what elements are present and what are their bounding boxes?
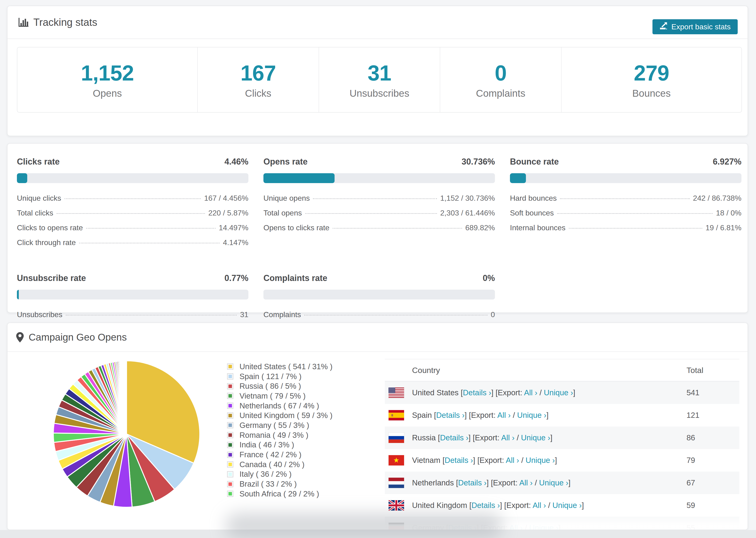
rate-row-value: 242 / 86.738% [693,194,741,202]
bracket: ] [559,523,561,530]
export-button-label: Export basic stats [671,23,730,31]
export-basic-stats-button[interactable]: Export basic stats [652,19,738,34]
legend-item[interactable]: Canada ( 40 / 2% ) [227,459,333,469]
legend-item[interactable]: Vietnam ( 79 / 5% ) [227,391,333,401]
legend-item[interactable]: Netherlands ( 67 / 4% ) [227,401,333,411]
rate-row-value: 14.497% [219,224,248,232]
dotted-leader [66,315,237,315]
details-link[interactable]: Details › [458,478,486,487]
export-unique-link[interactable]: Unique › [526,456,555,464]
rate-section: Opens rate 30.736% Unique opens 1,152 / … [263,151,495,253]
legend-item[interactable]: Brazil ( 33 / 2% ) [227,479,333,489]
rate-section: Complaints rate 0% Complaints 0 [263,267,495,325]
legend-item[interactable]: United Kingdom ( 59 / 3% ) [227,410,333,420]
rate-row-value: 0 [491,310,495,319]
country-total: 541 [686,388,739,397]
legend-item[interactable]: Italy ( 36 / 2% ) [227,469,333,479]
country-total: 59 [686,501,739,510]
export-all-link[interactable]: All › [519,478,533,487]
legend-swatch [227,432,233,438]
legend-item[interactable]: Russia ( 86 / 5% ) [227,381,333,391]
export-unique-link[interactable]: Unique › [521,433,550,442]
country-flag-icon [389,410,404,420]
legend-swatch [227,383,233,389]
rate-detail-row: Unsubscribes 31 [17,310,248,319]
geo-pie-chart[interactable] [52,360,201,509]
blur-artifact [225,513,503,538]
export-all-link[interactable]: All › [533,501,546,510]
legend-swatch [227,363,233,370]
table-row: United States [Details ›] [Export: All ›… [385,381,739,404]
legend-item[interactable]: Germany ( 55 / 3% ) [227,420,333,430]
rate-value: 0.77% [225,273,248,283]
rate-row-label: Total clicks [17,209,53,217]
country-flag-icon [389,388,404,398]
bracket: [ [443,456,445,464]
export-unique-link[interactable]: Unique › [539,478,568,487]
export-unique-link[interactable]: Unique › [529,523,559,530]
rates-card: Clicks rate 4.46% Unique clicks 167 / 4.… [7,143,748,313]
country-flag-icon [389,433,404,443]
legend-swatch [227,452,233,458]
rate-detail-row: Unique opens 1,152 / 30.736% [263,194,495,202]
legend-item[interactable]: South Africa ( 29 / 2% ) [227,489,333,499]
rate-detail-row: Complaints 0 [263,310,495,319]
slash: / [535,478,539,487]
stat-cell: 167 Clicks [198,47,319,112]
legend-label: United States ( 541 / 31% ) [240,362,333,371]
geo-header: Campaign Geo Opens [8,323,747,352]
bracket: ] [ [473,456,480,464]
legend-item[interactable]: Spain ( 121 / 7% ) [227,372,333,381]
country-total: 86 [686,433,739,442]
export-unique-link[interactable]: Unique › [553,501,582,510]
details-link[interactable]: Details › [445,456,473,464]
stat-value: 31 [368,61,391,85]
export-all-link[interactable]: All › [497,411,511,419]
legend-swatch [227,471,233,477]
geo-legend: United States ( 541 / 31% ) Spain ( 121 … [227,362,333,499]
map-pin-icon [16,332,24,343]
stat-label: Unsubscribes [350,88,409,99]
country-name: United Kingdom [412,501,467,510]
rate-row-label: Unique opens [263,194,310,202]
export-all-link[interactable]: All › [501,433,514,442]
stat-label: Opens [93,88,122,99]
geo-title: Campaign Geo Opens [28,332,127,343]
legend-item[interactable]: France ( 42 / 2% ) [227,450,333,459]
country-flag-icon [389,500,404,511]
details-link[interactable]: Details › [463,388,491,397]
stat-value: 167 [241,61,276,85]
slash: / [525,523,529,530]
rate-row-value: 4.147% [223,238,248,247]
legend-item[interactable]: Romania ( 49 / 3% ) [227,430,333,440]
legend-label: Netherlands ( 67 / 4% ) [240,402,319,410]
country-name: Spain [412,411,432,419]
slash: / [548,501,553,510]
legend-label: Spain ( 121 / 7% ) [240,372,301,381]
rate-detail-row: Hard bounces 242 / 86.738% [510,194,741,202]
geo-table-header: Country Total [385,359,739,381]
export-unique-link[interactable]: Unique › [517,411,547,419]
legend-swatch [227,373,233,380]
summary-stats-box: 1,152 Opens 167 Clicks 31 Unsubscribes 0… [17,47,742,113]
export-all-link[interactable]: All › [524,388,537,397]
tracking-stats-title: Tracking stats [18,17,97,28]
rate-section: Clicks rate 4.46% Unique clicks 167 / 4.… [17,151,248,253]
export-unique-link[interactable]: Unique › [544,388,573,397]
stat-label: Clicks [245,88,271,99]
rate-row-value: 18 / 0% [716,209,741,217]
details-link[interactable]: Details › [440,433,468,442]
details-link[interactable]: Details › [436,411,465,419]
rate-title: Opens rate [263,157,307,167]
geo-table: Country Total United States [Details ›] … [385,359,739,530]
legend-label: Vietnam ( 79 / 5% ) [240,392,306,401]
bracket: [ [438,433,440,442]
legend-item[interactable]: India ( 46 / 3% ) [227,440,333,450]
bracket: [ [434,411,436,419]
rate-row-label: Unsubscribes [17,310,63,319]
rate-section: Unsubscribe rate 0.77% Unsubscribes 31 [17,267,248,325]
legend-item[interactable]: United States ( 541 / 31% ) [227,362,333,372]
details-link[interactable]: Details › [471,501,500,510]
export-all-link[interactable]: All › [510,523,523,530]
export-all-link[interactable]: All › [506,456,519,464]
